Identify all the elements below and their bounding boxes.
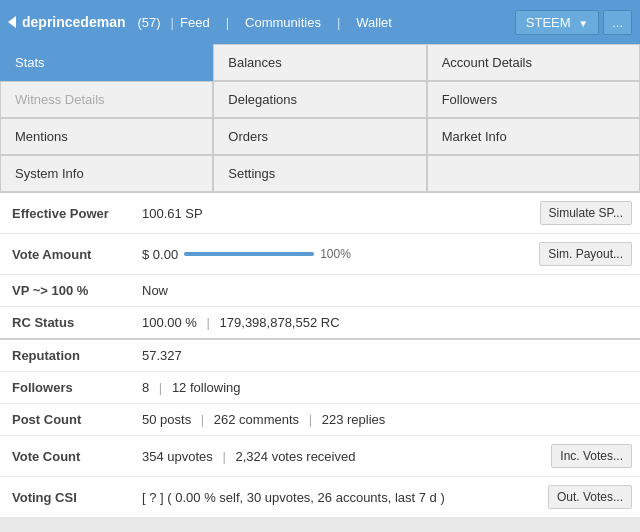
nav-separator: |	[171, 15, 174, 30]
menu-settings[interactable]: Settings	[213, 155, 426, 192]
vote-count-value: 354 upvotes | 2,324 votes received	[130, 436, 509, 477]
reputation-label: Reputation	[0, 339, 130, 372]
following-count: 12 following	[172, 380, 241, 395]
sim-payout-button[interactable]: Sim. Payout...	[539, 242, 632, 266]
table-row: VP ~> 100 % Now	[0, 275, 640, 307]
table-row: Vote Count 354 upvotes | 2,324 votes rec…	[0, 436, 640, 477]
vote-dollar: $ 0.00	[142, 247, 178, 262]
table-row: Effective Power 100.61 SP Simulate SP...	[0, 193, 640, 234]
table-row: Vote Amount $ 0.00 100% Sim. Payout...	[0, 234, 640, 275]
vote-amount-container: $ 0.00 100%	[142, 247, 497, 262]
followers-count: 8	[142, 380, 149, 395]
followers-value: 8 | 12 following	[130, 372, 640, 404]
inc-votes-button[interactable]: Inc. Votes...	[551, 444, 632, 468]
stats-table: Effective Power 100.61 SP Simulate SP...…	[0, 193, 640, 518]
vote-count-label: Vote Count	[0, 436, 130, 477]
pipe-separator: |	[222, 449, 225, 464]
replies: 223 replies	[322, 412, 386, 427]
menu-system-info[interactable]: System Info	[0, 155, 213, 192]
upvotes: 354 upvotes	[142, 449, 213, 464]
voting-csi-action: Out. Votes...	[509, 477, 640, 518]
simulate-sp-button[interactable]: Simulate SP...	[540, 201, 632, 225]
rc-pct: 100.00 %	[142, 315, 197, 330]
vote-amount-value: $ 0.00 100%	[130, 234, 509, 275]
voting-csi-label: Voting CSI	[0, 477, 130, 518]
post-count-label: Post Count	[0, 404, 130, 436]
menu-delegations[interactable]: Delegations	[213, 81, 426, 118]
rc-status-label: RC Status	[0, 307, 130, 340]
pipe-separator: |	[309, 412, 312, 427]
posts: 50 posts	[142, 412, 191, 427]
effective-power-label: Effective Power	[0, 193, 130, 234]
menu-followers[interactable]: Followers	[427, 81, 640, 118]
menu-empty	[427, 155, 640, 192]
dropdown-triangle-icon[interactable]	[8, 16, 16, 28]
menu-orders[interactable]: Orders	[213, 118, 426, 155]
rc-status-value: 100.00 % | 179,398,878,552 RC	[130, 307, 640, 340]
menu-balances[interactable]: Balances	[213, 44, 426, 81]
table-row: RC Status 100.00 % | 179,398,878,552 RC	[0, 307, 640, 340]
followers-label: Followers	[0, 372, 130, 404]
menu-market-info[interactable]: Market Info	[427, 118, 640, 155]
stats-section: Effective Power 100.61 SP Simulate SP...…	[0, 193, 640, 518]
nav-feed[interactable]: Feed	[180, 15, 210, 30]
vote-amount-action: Sim. Payout...	[509, 234, 640, 275]
vote-slider[interactable]	[184, 252, 314, 256]
menu-mentions[interactable]: Mentions	[0, 118, 213, 155]
steem-button[interactable]: STEEM ▼	[515, 10, 599, 35]
header: deprincedeman (57) | Feed | Communities …	[0, 0, 640, 44]
menu-account-details[interactable]: Account Details	[427, 44, 640, 81]
vp-value: Now	[130, 275, 640, 307]
vote-amount-label: Vote Amount	[0, 234, 130, 275]
effective-power-value: 100.61 SP	[130, 193, 509, 234]
vote-count-action: Inc. Votes...	[509, 436, 640, 477]
menu-witness-details: Witness Details	[0, 81, 213, 118]
out-votes-button[interactable]: Out. Votes...	[548, 485, 632, 509]
username: deprincedeman	[22, 14, 125, 30]
menu-stats[interactable]: Stats	[0, 44, 213, 81]
header-nav: Feed | Communities | Wallet	[180, 15, 515, 30]
menu-grid: Stats Balances Account Details Witness D…	[0, 44, 640, 193]
more-button[interactable]: ...	[603, 10, 632, 35]
nav-communities[interactable]: Communities	[245, 15, 321, 30]
table-row: Voting CSI [ ? ] ( 0.00 % self, 30 upvot…	[0, 477, 640, 518]
table-row: Followers 8 | 12 following	[0, 372, 640, 404]
post-count-value: 50 posts | 262 comments | 223 replies	[130, 404, 640, 436]
vp-label: VP ~> 100 %	[0, 275, 130, 307]
user-reputation: (57)	[137, 15, 160, 30]
pipe-separator: |	[159, 380, 162, 395]
reputation-value: 57.327	[130, 339, 640, 372]
nav-wallet[interactable]: Wallet	[356, 15, 392, 30]
comments: 262 comments	[214, 412, 299, 427]
pipe-separator: |	[207, 315, 210, 330]
table-row: Reputation 57.327	[0, 339, 640, 372]
pipe-separator: |	[201, 412, 204, 427]
table-row: Post Count 50 posts | 262 comments | 223…	[0, 404, 640, 436]
header-actions: STEEM ▼ ...	[515, 10, 632, 35]
vote-pct: 100%	[320, 247, 351, 261]
rc-amount: 179,398,878,552 RC	[220, 315, 340, 330]
vote-slider-fill	[184, 252, 314, 256]
voting-csi-value: [ ? ] ( 0.00 % self, 30 upvotes, 26 acco…	[130, 477, 509, 518]
effective-power-action: Simulate SP...	[509, 193, 640, 234]
votes-received: 2,324 votes received	[235, 449, 355, 464]
